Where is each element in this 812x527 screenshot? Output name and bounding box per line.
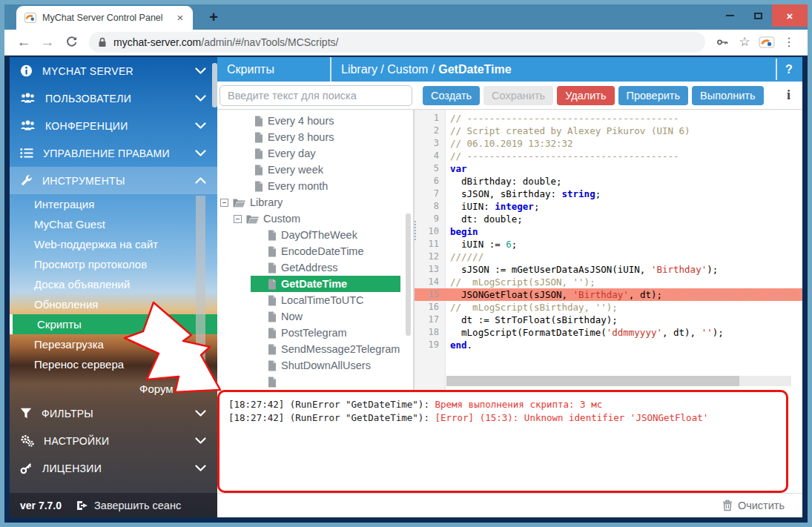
sidebar-item-filters[interactable]: ФИЛЬТРЫ	[10, 400, 217, 427]
console-bottom-bar: Очистить	[217, 493, 802, 517]
address-bar[interactable]: mychat-server.com/admin/#/navTools/MCScr…	[89, 32, 705, 53]
tree-item[interactable]: EncodeDateTime	[217, 243, 413, 259]
code-line: 9 dt: double;	[415, 213, 802, 225]
code-line: 7 sJSON, sBirthday: string;	[415, 188, 802, 200]
window-minimize-button[interactable]	[716, 4, 744, 27]
code-line: 19end.	[415, 339, 802, 351]
line-number: 19	[415, 339, 446, 351]
tree-scrollbar[interactable]	[406, 213, 411, 336]
file-icon	[254, 181, 263, 192]
file-icon	[254, 165, 263, 176]
line-number: 12	[415, 251, 446, 263]
back-icon[interactable]: ←	[12, 34, 36, 50]
code-editor[interactable]: 1// ------------------------------------…	[415, 110, 802, 390]
editor-hscrollbar[interactable]	[446, 376, 791, 386]
search-input[interactable]	[219, 85, 412, 106]
tree-item[interactable]: GetAddress	[217, 259, 413, 276]
tree-item[interactable]: ShutDownAllUsers	[217, 357, 413, 374]
sidebar-item-protocols[interactable]: Просмотр протоколов	[10, 254, 217, 274]
tree-item[interactable]: Every month	[217, 178, 413, 194]
code-line: 3// 06.10.2019 13:32:32	[415, 137, 802, 150]
code-line: 4// ------------------------------------…	[415, 150, 802, 162]
refresh-icon[interactable]	[59, 36, 83, 48]
sidebar-version-bar: ver 7.7.0 Завершить сеанс	[10, 493, 217, 517]
splitter-handle-vertical[interactable]	[415, 221, 416, 240]
editor-hscrollbar-thumb[interactable]	[446, 376, 739, 386]
bookmark-star-icon[interactable]: ☆	[733, 34, 756, 50]
window-close-button[interactable]: ×	[772, 4, 808, 27]
sidebar-item-mychat-server[interactable]: MYCHAT SERVER	[10, 57, 217, 84]
logout-icon	[76, 500, 88, 511]
sidebar-item-board[interactable]: Доска объявлений	[10, 274, 217, 294]
sidebar-item-users[interactable]: ПОЛЬЗОВАТЕЛИ	[10, 84, 217, 112]
sidebar-item-label: ФИЛЬТРЫ	[42, 408, 185, 420]
help-button[interactable]: ?	[776, 59, 801, 80]
code-line: 8 iUIN: integer;	[415, 200, 802, 213]
run-button[interactable]: Выполнить	[692, 86, 763, 105]
sidebar-item-web-support[interactable]: Web-поддержка на сайт	[10, 234, 217, 254]
sidebar-item-conferences[interactable]: КОНФЕРЕНЦИИ	[10, 112, 217, 139]
tree-item[interactable]: Library	[217, 194, 413, 211]
tree-item-selected[interactable]: GetDateTime	[217, 276, 413, 292]
sidebar-scrollbar[interactable]	[212, 63, 217, 107]
new-tab-button[interactable]: +	[203, 9, 224, 26]
browser-menu-icon[interactable]: ⋮	[778, 35, 800, 49]
create-button[interactable]: Создать	[423, 86, 480, 105]
tab-close-icon[interactable]: ×	[174, 11, 187, 24]
tree-item[interactable]: PostTelegram	[217, 325, 413, 341]
tree-item[interactable]: DayOfTheWeek	[217, 227, 413, 243]
forward-icon[interactable]: →	[36, 34, 59, 50]
tree-item[interactable]: LocalTimeToUTC	[217, 292, 413, 308]
info-icon[interactable]: i	[787, 87, 790, 103]
url-path: /admin/#/navTools/MCScripts/	[201, 36, 338, 48]
sidebar-item-settings[interactable]: НАСТРОЙКИ	[10, 427, 217, 454]
tree-item[interactable]: SendMessage2Telegram	[217, 341, 413, 357]
sidebar-item-label: ЛИЦЕНЗИИ	[42, 463, 185, 474]
check-button[interactable]: Проверить	[618, 86, 689, 105]
mychat-extension-icon[interactable]	[756, 35, 778, 50]
code-text: dt: double;	[446, 213, 523, 225]
tree-item[interactable]: Custom	[217, 211, 413, 227]
code-text: // -------------------------------------…	[446, 150, 679, 162]
chevron-up-icon	[195, 177, 206, 184]
file-icon	[268, 262, 277, 274]
code-text: dBirthday: double;	[446, 175, 562, 188]
tree-item[interactable]: Now	[217, 308, 413, 325]
tree-item-label: Now	[281, 311, 303, 322]
logout-button[interactable]: Завершить сеанс	[76, 500, 181, 511]
code-text: var	[446, 162, 467, 175]
code-text: JSONGetFloat(sJSON, 'Birthday', dt); // …	[446, 288, 796, 301]
delete-button[interactable]: Удалить	[557, 86, 614, 105]
chevron-down-icon	[195, 95, 206, 102]
sidebar-item-rights[interactable]: УПРАВЛЕНИЕ ПРАВАМИ	[10, 139, 217, 167]
sidebar-item-licenses[interactable]: ЛИЦЕНЗИИ	[10, 454, 217, 482]
file-icon	[254, 116, 263, 127]
browser-tab[interactable]: MyChat Server Control Panel ×	[16, 6, 193, 30]
tree-item[interactable]: Every week	[217, 162, 413, 178]
sidebar-item-integration[interactable]: Интеграция	[10, 194, 217, 214]
sidebar-item-mychat-guest[interactable]: MyChat Guest	[10, 214, 217, 234]
tree-item[interactable]: Every day	[217, 145, 413, 162]
console-output[interactable]: [18:27:42] (RunError "GetDateTime"): Вре…	[217, 390, 788, 493]
tree-item[interactable]	[217, 374, 413, 390]
save-button[interactable]: Сохранить	[483, 86, 553, 105]
line-number: 1	[415, 112, 446, 125]
script-tree: Every 4 hoursEvery 8 hoursEvery dayEvery…	[217, 110, 415, 390]
tree-item-label: Every month	[268, 180, 328, 192]
chevron-down-icon	[195, 67, 206, 74]
sidebar-item-tools[interactable]: ИНСТРУМЕНТЫ	[10, 167, 217, 194]
collapse-icon[interactable]	[234, 215, 242, 223]
clear-console-button[interactable]: Очистить	[738, 500, 785, 511]
sidebar-nav-bottom: ФИЛЬТРЫНАСТРОЙКИЛИЦЕНЗИИ	[10, 400, 217, 482]
code-text: // mLogScript(sJSON, '');	[446, 276, 595, 288]
console-line: [18:27:42] (RunError "GetDateTime"): Вре…	[228, 398, 777, 411]
line-number: 13	[415, 263, 446, 276]
code-line: 13 sJSON := mGetUserDataAsJSON(iUIN, 'Bi…	[415, 263, 802, 276]
tree-item[interactable]: Every 8 hours	[217, 129, 413, 145]
maximize-icon	[754, 13, 762, 19]
sidebar-spacer	[10, 482, 217, 493]
collapse-icon[interactable]	[220, 199, 228, 207]
tree-item[interactable]: Every 4 hours	[217, 113, 413, 129]
password-key-icon[interactable]	[711, 36, 733, 49]
window-maximize-button[interactable]	[744, 4, 772, 27]
